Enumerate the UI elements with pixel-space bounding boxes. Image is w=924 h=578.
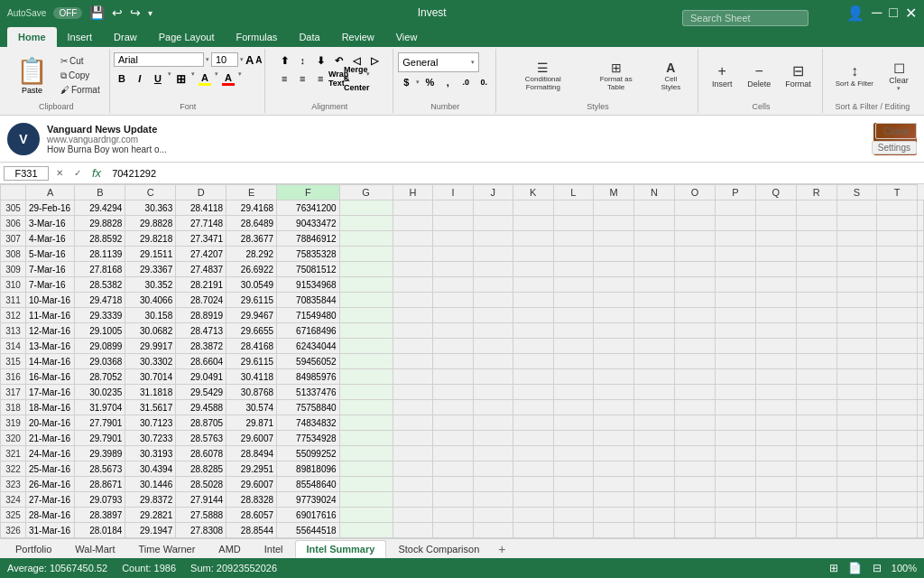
cell-empty[interactable] [796,323,836,339]
cell-empty[interactable] [755,446,796,461]
cell-empty[interactable] [553,400,593,415]
cell-empty[interactable] [877,216,918,231]
cell-styles-button[interactable]: A Cell Styles [650,52,693,99]
cell-empty[interactable] [553,200,593,216]
cell-empty[interactable] [755,293,796,308]
cell-empty[interactable] [796,277,836,293]
cell-d[interactable]: 26.6922 [226,262,277,277]
cell-c[interactable]: 29.0491 [176,369,226,385]
cell-b[interactable]: 30.7233 [125,431,176,446]
cell-empty[interactable] [634,308,675,323]
cell-f[interactable] [339,508,393,523]
col-header-n[interactable]: N [634,185,675,200]
sheet-tab-stock-comparison[interactable]: Stock Comparison [386,540,491,558]
cell-empty[interactable] [634,415,675,431]
cell-empty[interactable] [433,508,473,523]
cell-empty[interactable] [634,216,675,231]
cell-a[interactable]: 28.8671 [75,477,125,492]
user-icon[interactable]: 👤 [846,5,864,22]
cell-empty[interactable] [877,323,918,339]
tab-home[interactable]: Home [7,27,57,47]
cell-empty[interactable] [433,247,473,262]
cell-empty[interactable] [433,277,473,293]
cell-empty[interactable] [513,538,553,539]
cell-empty[interactable] [755,262,796,277]
cell-empty[interactable] [755,385,796,400]
cell-a[interactable]: 27.8168 [75,262,125,277]
cut-button[interactable]: ✂ Cut [57,54,104,69]
align-right-button[interactable]: ≡ [312,70,328,87]
cell-empty[interactable] [473,492,513,508]
cancel-formula-button[interactable]: ✕ [52,167,67,179]
cell-e[interactable]: 51337476 [277,385,340,400]
cell-empty[interactable] [716,538,756,539]
cell-b[interactable]: 31.1818 [125,385,176,400]
cell-f[interactable] [339,339,393,354]
cell-empty[interactable] [796,200,836,216]
cell-empty[interactable] [593,492,633,508]
cell-empty[interactable] [755,508,796,523]
cell-empty[interactable] [918,385,924,400]
col-header-t[interactable]: T [877,185,918,200]
cell-empty[interactable] [634,323,675,339]
cell-empty[interactable] [796,369,836,385]
cell-f[interactable] [339,277,393,293]
cell-empty[interactable] [836,231,877,247]
cell-c[interactable]: 27.9144 [176,492,226,508]
cell-d[interactable]: 28.8328 [226,492,277,508]
formula-input[interactable] [108,167,920,180]
cell-empty[interactable] [513,216,553,231]
cell-f[interactable] [339,262,393,277]
cell-empty[interactable] [553,385,593,400]
cell-empty[interactable] [553,461,593,477]
font-family-arrow[interactable]: ▾ [206,56,209,63]
cell-empty[interactable] [513,262,553,277]
cell-a[interactable]: 29.4294 [75,200,125,216]
tab-review[interactable]: Review [331,27,385,47]
cell-c[interactable]: 28.2191 [176,277,226,293]
cell-b[interactable]: 30.7123 [125,415,176,431]
sheet-tab-intel[interactable]: Intel [253,540,295,558]
cell-d[interactable]: 29.6655 [226,323,277,339]
cell-empty[interactable] [393,339,433,354]
cell-empty[interactable] [473,247,513,262]
cell-empty[interactable] [716,446,756,461]
cell-f[interactable] [339,492,393,508]
cell-empty[interactable] [918,492,924,508]
cell-a[interactable]: 31.9704 [75,400,125,415]
cell-empty[interactable] [918,538,924,539]
tab-draw[interactable]: Draw [103,27,148,47]
cell-empty[interactable] [513,354,553,369]
cell-empty[interactable] [473,508,513,523]
col-header-f[interactable]: F [277,185,340,200]
cell-e[interactable]: 97739024 [277,492,340,508]
cell-empty[interactable] [796,508,836,523]
currency-arrow[interactable]: ▾ [416,79,420,86]
cell-b[interactable]: 30.158 [125,308,176,323]
cell-c[interactable]: 28.6078 [176,446,226,461]
cell-empty[interactable] [918,277,924,293]
cell-empty[interactable] [433,262,473,277]
align-left-button[interactable]: ≡ [276,70,292,87]
cell-d[interactable]: 29.9467 [226,308,277,323]
cell-a[interactable]: 29.0899 [75,339,125,354]
cell-empty[interactable] [877,385,918,400]
cell-empty[interactable] [433,461,473,477]
col-header-d[interactable]: D [176,185,226,200]
cell-a[interactable]: 29.1005 [75,323,125,339]
search-input[interactable] [682,10,808,26]
cell-b[interactable]: 29.1511 [125,247,176,262]
add-sheet-button[interactable]: + [491,540,513,558]
cell-empty[interactable] [796,523,836,538]
decrease-decimal-button[interactable]: 0. [476,74,492,90]
cell-empty[interactable] [473,477,513,492]
cell-empty[interactable] [755,354,796,369]
align-center-button[interactable]: ≡ [294,70,310,87]
cell-empty[interactable] [593,385,633,400]
cell-b[interactable]: 30.3193 [125,446,176,461]
delete-button[interactable]: − Delete [742,52,776,99]
cell-e[interactable]: 74834832 [277,415,340,431]
cell-a[interactable]: 30.0235 [75,385,125,400]
cell-empty[interactable] [393,216,433,231]
cell-empty[interactable] [877,369,918,385]
